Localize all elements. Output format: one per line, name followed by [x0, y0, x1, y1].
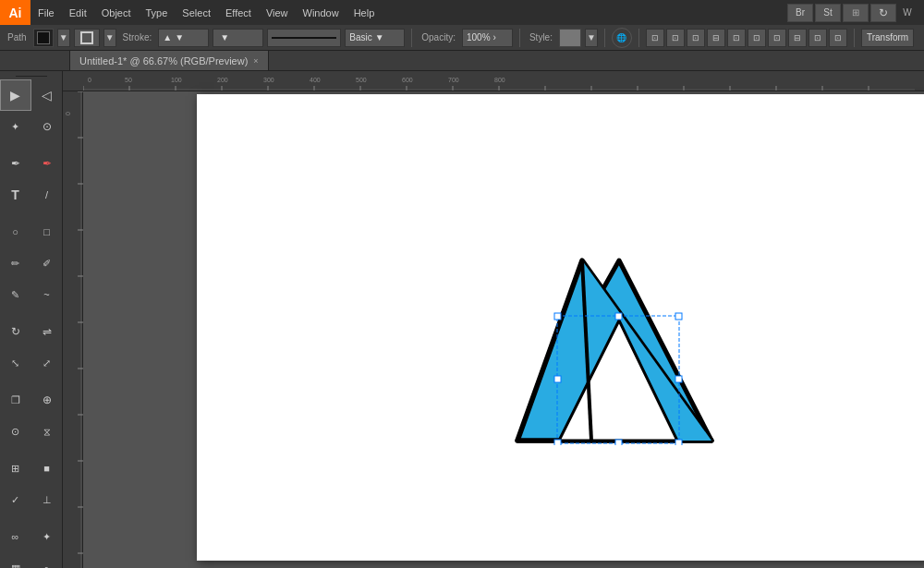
menu-effect[interactable]: Effect [218, 0, 259, 25]
handle-tc[interactable] [615, 313, 622, 320]
document-tab[interactable]: Untitled-1* @ 66.67% (RGB/Preview) × [69, 50, 269, 70]
handle-bl[interactable] [554, 440, 561, 445]
tool-row-14: ∞ ✦ [0, 521, 63, 552]
stroke-profile[interactable]: ▼ [213, 29, 263, 47]
tool-row-8: ↻ ⇌ [0, 316, 63, 347]
column-graph-tool[interactable]: ▦ [0, 552, 31, 568]
fill-color-box[interactable] [33, 29, 54, 47]
stroke-arrow[interactable]: ▼ [103, 29, 116, 47]
distribute-h2[interactable]: ⊡ [808, 29, 827, 47]
vertical-text-tool[interactable]: / [31, 179, 63, 211]
align-right[interactable]: ⊡ [687, 29, 705, 47]
reflect-tool[interactable]: ⇌ [31, 316, 63, 347]
stroke-preview [267, 29, 341, 47]
menu-type[interactable]: Type [139, 0, 176, 25]
handle-tr[interactable] [675, 313, 682, 320]
menu-help[interactable]: Help [346, 0, 383, 25]
handle-bc[interactable] [615, 440, 622, 445]
menu-view[interactable]: View [259, 0, 296, 25]
pen-tool[interactable]: ✒ [0, 148, 31, 179]
stroke-style-select[interactable]: Basic ▼ [345, 29, 405, 47]
handle-br[interactable] [675, 440, 682, 445]
stroke-weight[interactable]: ▲ ▼ [158, 29, 209, 47]
main-area: ▶ ◁ ✦ ⊙ ✒ ✒ T / ○ □ ✏ ✐ ✎ ~ ↻ [0, 71, 924, 568]
stroke-weight-up: ▲ [163, 32, 172, 42]
global-icon[interactable]: 🌐 [612, 28, 632, 48]
align-center-v[interactable]: ⊡ [748, 29, 766, 47]
magic-wand-tool[interactable]: ✦ [0, 111, 31, 142]
stock-btn[interactable]: St [815, 4, 841, 22]
blend-tool[interactable]: ∞ [0, 521, 31, 552]
text-tool[interactable]: T [0, 179, 31, 211]
svg-text:0: 0 [65, 112, 71, 115]
measure-tool[interactable]: ⊥ [31, 484, 63, 515]
stroke-color-swatch [80, 31, 93, 44]
stroke-label: Stroke: [120, 32, 155, 42]
pencil-tool[interactable]: ✎ [0, 279, 31, 310]
canvas-area[interactable]: 0 50 100 200 300 400 500 600 700 800 [63, 71, 924, 568]
transform-button[interactable]: Transform [861, 29, 914, 47]
smooth-tool[interactable]: ~ [31, 279, 63, 310]
artboard [197, 94, 924, 561]
shear-tool[interactable]: ⤢ [31, 347, 63, 379]
menu-select[interactable]: Select [175, 0, 218, 25]
live-paint-tool[interactable]: ⊙ [0, 416, 31, 447]
align-top[interactable]: ⊡ [727, 29, 746, 47]
sync-icon[interactable]: ↻ [870, 4, 896, 22]
mesh-tool[interactable]: ⊞ [0, 453, 31, 484]
align-group: ⊡ ⊡ ⊡ ⊟ ⊡ ⊡ ⊡ ⊟ ⊡ ⊡ [646, 29, 847, 47]
grid-icon[interactable]: ⊞ [843, 4, 869, 22]
menu-object[interactable]: Object [94, 0, 139, 25]
ruler-corner [16, 76, 47, 77]
curvature-tool[interactable]: ✒ [31, 148, 63, 179]
menu-file[interactable]: File [30, 0, 62, 25]
align-bottom[interactable]: ⊡ [768, 29, 786, 47]
tool-row-15: ▦ ▪ [0, 552, 63, 568]
svg-text:200: 200 [217, 77, 228, 83]
bridge-btn[interactable]: Br [787, 4, 813, 22]
distribute-h[interactable]: ⊟ [707, 29, 725, 47]
shape-builder-tool[interactable]: ⊕ [31, 384, 63, 416]
symbol-sprayer-tool[interactable]: ✦ [31, 521, 63, 552]
gradient-tool[interactable]: ■ [31, 453, 63, 484]
menu-edit[interactable]: Edit [62, 0, 94, 25]
tab-bar: Untitled-1* @ 66.67% (RGB/Preview) × [0, 51, 924, 71]
svg-text:400: 400 [310, 77, 321, 83]
fill-arrow[interactable]: ▼ [57, 29, 70, 47]
direct-selection-tool[interactable]: ◁ [31, 79, 63, 111]
ellipse-tool[interactable]: □ [31, 216, 63, 248]
separator-2 [519, 29, 520, 47]
stroke-color-indicator[interactable] [74, 29, 100, 47]
style-arrow[interactable]: ▼ [585, 29, 598, 47]
style-swatch[interactable] [559, 29, 581, 47]
perspective-grid-tool[interactable]: ⧖ [31, 416, 63, 447]
style-label: Style: [527, 32, 555, 42]
bar-graph-tool[interactable]: ▪ [31, 552, 63, 568]
distribute-v[interactable]: ⊟ [788, 29, 807, 47]
tool-row-11: ⊙ ⧖ [0, 416, 63, 447]
more-icon[interactable]: W [898, 4, 917, 22]
opacity-input[interactable]: 100% › [462, 29, 513, 47]
handle-tl[interactable] [554, 313, 561, 320]
handle-mr[interactable] [675, 376, 682, 382]
align-center-h[interactable]: ⊡ [666, 29, 685, 47]
menu-window[interactable]: Window [296, 0, 346, 25]
distribute-v2[interactable]: ⊡ [829, 29, 847, 47]
rotate-tool[interactable]: ↻ [0, 316, 31, 347]
tool-row-7: ✎ ~ [0, 279, 63, 310]
paintbrush-tool[interactable]: ✏ [0, 248, 31, 279]
tab-close-button[interactable]: × [253, 56, 258, 66]
blob-brush-tool[interactable]: ✐ [31, 248, 63, 279]
artwork-svg[interactable] [448, 233, 725, 445]
align-left[interactable]: ⊡ [646, 29, 664, 47]
lasso-tool[interactable]: ⊙ [31, 111, 63, 142]
rectangle-tool[interactable]: ○ [0, 216, 31, 248]
free-transform-tool[interactable]: ❐ [0, 384, 31, 416]
scale-tool[interactable]: ⤡ [0, 347, 31, 379]
handle-ml[interactable] [554, 376, 561, 382]
ruler-v-ticks: 0 [63, 91, 83, 568]
svg-text:800: 800 [494, 77, 505, 83]
eyedropper-tool[interactable]: ✓ [0, 484, 31, 515]
svg-text:700: 700 [448, 77, 459, 83]
selection-tool[interactable]: ▶ [0, 79, 31, 111]
